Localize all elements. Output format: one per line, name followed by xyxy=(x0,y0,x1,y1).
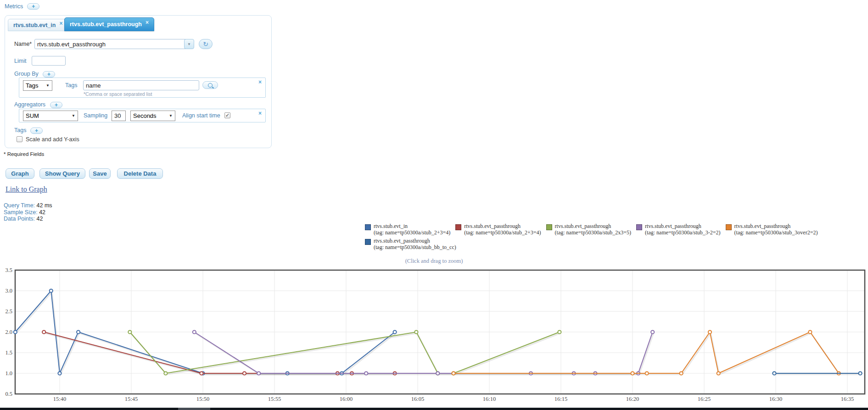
taskbar-edge-segment xyxy=(178,408,210,410)
search-icon xyxy=(208,83,213,88)
select-arrow-icon: ▼ xyxy=(169,114,173,118)
metrics-header: Metrics + xyxy=(5,3,39,10)
chart[interactable]: 15:4015:4515:5015:5516:0016:0516:1016:15… xyxy=(0,266,868,404)
add-tag-button[interactable]: + xyxy=(30,127,43,134)
tag-search-button[interactable] xyxy=(202,81,218,89)
add-aggregator-button[interactable]: + xyxy=(50,102,62,108)
legend-swatch xyxy=(365,239,371,245)
delete-data-button[interactable]: Delete Data xyxy=(117,168,163,179)
query-time-label: Query Time: xyxy=(4,202,35,209)
remove-group-by-icon[interactable]: × xyxy=(258,79,262,85)
graph-button[interactable]: Graph xyxy=(6,168,34,179)
tab-evt-passthrough-close-icon[interactable]: × xyxy=(146,19,149,26)
legend-series-label: rtvs.stub.evt_passthrough(tag: name=tp50… xyxy=(464,223,541,236)
svg-text:1.5: 1.5 xyxy=(5,349,12,356)
legend-series-label: rtvs.stub.evt_in(tag: name=tp50300a/stub… xyxy=(374,223,450,236)
svg-text:16:15: 16:15 xyxy=(554,396,567,402)
tab-evt-passthrough[interactable]: rtvs.stub.evt_passthrough × xyxy=(64,17,154,31)
metric-form-card: rtvs.stub.evt_in × rtvs.stub.evt_passthr… xyxy=(5,15,272,148)
select-arrow-icon: ▼ xyxy=(72,114,75,118)
data-points-label: Data Points: xyxy=(4,216,35,222)
tags-section-label: Tags xyxy=(14,127,26,133)
required-fields-note: * Required Fields xyxy=(4,151,44,157)
legend-item: rtvs.stub.evt_passthrough(tag: name=tp50… xyxy=(546,223,632,236)
scale-y-axis-checkbox[interactable] xyxy=(17,136,22,142)
legend-swatch xyxy=(365,224,371,230)
save-button[interactable]: Save xyxy=(89,168,111,179)
svg-text:16:00: 16:00 xyxy=(340,396,353,402)
query-time-row: Query Time: 42 ms xyxy=(4,202,52,209)
select-arrow-icon: ▼ xyxy=(46,83,50,88)
group-by-type-select[interactable]: Tags ▼ xyxy=(23,80,52,91)
legend-item: rtvs.stub.evt_passthrough(tag: name=tp50… xyxy=(636,223,721,236)
legend-series-label: rtvs.stub.evt_passthrough(tag: name=tp50… xyxy=(734,223,818,236)
name-label: Name* xyxy=(14,41,32,47)
query-stats: Query Time: 42 ms Sample Size: 42 Data P… xyxy=(4,202,52,222)
sampling-unit-select[interactable]: Seconds ▼ xyxy=(130,111,175,121)
scale-y-axis-label: Scale and add Y-axis xyxy=(26,136,79,143)
align-start-checkbox[interactable]: ✓ xyxy=(224,112,230,118)
tab-evt-in-label: rtvs.stub.evt_in xyxy=(13,22,56,28)
aggregators-label: Aggregators xyxy=(14,101,45,108)
legend-item: rtvs.stub.evt_in(tag: name=tp50300a/stub… xyxy=(365,223,450,236)
show-query-button[interactable]: Show Query xyxy=(39,168,85,179)
legend-row: rtvs.stub.evt_in(tag: name=tp50300a/stub… xyxy=(365,223,823,236)
svg-text:16:35: 16:35 xyxy=(841,396,854,402)
legend-item: rtvs.stub.evt_passthrough(tag: name=tp50… xyxy=(455,223,541,236)
metrics-label: Metrics xyxy=(5,3,23,10)
svg-text:1.0: 1.0 xyxy=(5,370,12,377)
add-group-by-button[interactable]: + xyxy=(43,71,55,78)
svg-text:15:50: 15:50 xyxy=(196,396,209,402)
link-to-graph[interactable]: Link to Graph xyxy=(6,185,47,194)
align-start-time-label: Align start time xyxy=(182,112,220,119)
query-time-value: 42 ms xyxy=(37,202,52,209)
tab-evt-in[interactable]: rtvs.stub.evt_in × xyxy=(8,19,68,31)
legend-swatch xyxy=(455,224,461,230)
svg-text:15:40: 15:40 xyxy=(53,396,66,402)
metric-name-input[interactable] xyxy=(34,39,187,49)
group-by-row: Tags ▼ Tags × *Comma or space separated … xyxy=(19,78,266,98)
limit-input[interactable] xyxy=(32,56,66,66)
legend: rtvs.stub.evt_in(tag: name=tp50300a/stub… xyxy=(365,223,823,252)
sampling-label: Sampling xyxy=(84,112,107,119)
svg-text:2.0: 2.0 xyxy=(5,329,12,335)
group-by-label: Group By xyxy=(14,71,39,77)
tags-hint: *Comma or space separated list xyxy=(84,91,152,97)
legend-series-label: rtvs.stub.evt_passthrough(tag: name=tp50… xyxy=(555,223,632,236)
svg-text:3.5: 3.5 xyxy=(5,267,12,273)
legend-row: rtvs.stub.evt_passthrough(tag: name=tp50… xyxy=(365,238,823,250)
sample-size-label: Sample Size: xyxy=(4,209,38,216)
add-metric-button[interactable]: + xyxy=(27,3,39,10)
limit-label: Limit xyxy=(14,58,26,64)
legend-swatch xyxy=(636,224,642,230)
metric-name-dropdown-button[interactable]: ▼ xyxy=(184,39,194,49)
group-by-type-value: Tags xyxy=(26,82,38,89)
refresh-icon: ↻ xyxy=(203,40,208,48)
zoom-hint: (Click and drag to zoom) xyxy=(0,258,868,265)
svg-text:16:30: 16:30 xyxy=(769,396,782,402)
svg-text:3.0: 3.0 xyxy=(5,288,12,294)
data-points-row: Data Points: 42 xyxy=(4,216,52,222)
remove-aggregator-icon[interactable]: × xyxy=(258,111,262,116)
chevron-down-icon: ▼ xyxy=(187,42,191,46)
svg-text:15:55: 15:55 xyxy=(268,396,281,402)
taskbar-edge xyxy=(0,408,868,410)
legend-series-label: rtvs.stub.evt_passthrough(tag: name=tp50… xyxy=(645,223,721,236)
refresh-metric-button[interactable]: ↻ xyxy=(199,39,213,49)
data-points-value: 42 xyxy=(37,216,43,222)
sample-size-row: Sample Size: 42 xyxy=(4,209,52,216)
svg-text:2.5: 2.5 xyxy=(5,308,12,315)
tab-evt-in-close-icon[interactable]: × xyxy=(59,20,62,27)
svg-text:16:05: 16:05 xyxy=(411,396,424,402)
svg-text:15:45: 15:45 xyxy=(125,396,138,402)
legend-item: rtvs.stub.evt_passthrough(tag: name=tp50… xyxy=(365,238,456,250)
svg-text:16:25: 16:25 xyxy=(698,396,711,402)
legend-series-label: rtvs.stub.evt_passthrough(tag: name=tp50… xyxy=(374,238,456,250)
aggregator-row: SUM ▼ Sampling Seconds ▼ Align start tim… xyxy=(19,109,266,122)
sampling-unit-value: Seconds xyxy=(133,112,157,119)
sampling-value-input[interactable] xyxy=(112,111,126,121)
legend-item: rtvs.stub.evt_passthrough(tag: name=tp50… xyxy=(726,223,818,236)
group-by-tags-input[interactable] xyxy=(83,80,199,90)
svg-text:16:10: 16:10 xyxy=(483,396,496,402)
aggregator-fn-select[interactable]: SUM ▼ xyxy=(23,111,78,121)
